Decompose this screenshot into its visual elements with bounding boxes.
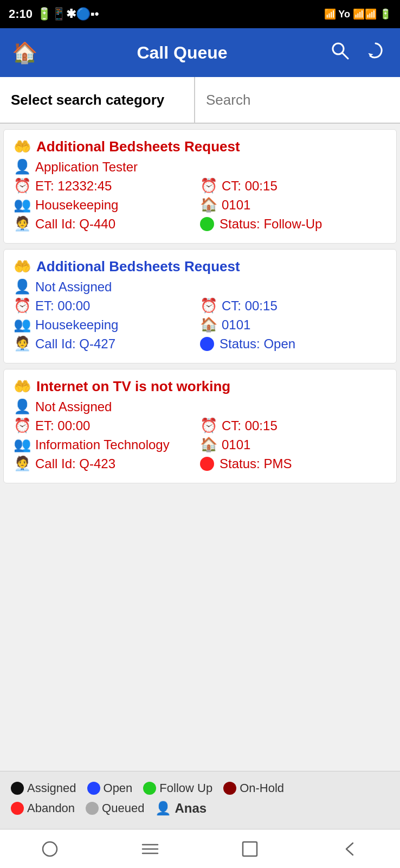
header: 🏠 Call Queue [0, 28, 400, 77]
legend-label-abandon: Abandon [27, 801, 75, 815]
back-nav-icon [342, 841, 358, 857]
card-2-dept: Housekeeping [35, 317, 118, 333]
card-1-assignee: Application Tester [35, 159, 138, 175]
search-input[interactable] [206, 92, 389, 108]
card-3-title-icon: 🤲 [14, 378, 31, 395]
card-3-et: ET: 00:00 [35, 418, 90, 433]
card-1-callid: Call Id: Q-440 [35, 216, 115, 232]
card-1-assignee-row: 👤 Application Tester [14, 158, 386, 175]
legend-label-assigned: Assigned [27, 781, 76, 795]
card-1-et-icon: ⏰ [14, 177, 31, 194]
card-2-ct-icon: ⏰ [200, 297, 217, 314]
call-card-2[interactable]: 🤲 Additional Bedsheets Request 👤 Not Ass… [3, 249, 397, 363]
search-input-wrap [195, 77, 400, 123]
card-3-person-icon: 👤 [14, 398, 31, 415]
home-button[interactable]: 🏠 [11, 39, 38, 66]
legend-assigned: Assigned [11, 781, 76, 795]
header-title: Call Queue [38, 43, 326, 63]
svg-line-1 [342, 53, 348, 59]
legend: Assigned Open Follow Up On-Hold Abandon … [0, 771, 400, 829]
search-bar: Select search category [0, 77, 400, 124]
card-2-callid-icon: 🧑‍💼 [14, 335, 31, 352]
card-2-person-icon: 👤 [14, 278, 31, 295]
card-1-dept-icon: 👥 [14, 196, 31, 213]
search-icon [331, 41, 349, 60]
card-2-title: 🤲 Additional Bedsheets Request [14, 258, 386, 275]
legend-abandon: Abandon [11, 801, 75, 815]
legend-label-open: Open [104, 781, 133, 795]
search-button[interactable] [326, 41, 353, 64]
card-1-title-icon: 🤲 [14, 138, 31, 155]
card-1-et: ET: 12332:45 [35, 178, 112, 194]
legend-row-1: Assigned Open Follow Up On-Hold [11, 781, 389, 795]
legend-open: Open [87, 781, 133, 795]
card-2-status: Status: Open [220, 336, 295, 352]
legend-dot-onhold [223, 782, 236, 795]
legend-row-2: Abandon Queued 👤 Anas [11, 801, 389, 816]
menu-nav-icon [141, 841, 159, 857]
legend-dot-abandon [11, 802, 24, 815]
card-3-assignee: Not Assigned [35, 399, 112, 414]
card-2-status-dot [200, 337, 214, 351]
card-1-status-dot [200, 217, 214, 231]
card-2-assignee: Not Assigned [35, 279, 112, 295]
card-3-room-icon: 🏠 [200, 436, 217, 453]
card-3-callid-row: 🧑‍💼 Call Id: Q-423 Status: PMS [14, 455, 386, 472]
svg-point-2 [43, 842, 57, 856]
call-card-1[interactable]: 🤲 Additional Bedsheets Request 👤 Applica… [3, 129, 397, 244]
legend-user-icon: 👤 [155, 801, 171, 816]
nav-back-button[interactable] [334, 833, 366, 865]
card-1-person-icon: 👤 [14, 158, 31, 175]
nav-square-button[interactable] [234, 833, 266, 865]
status-bar-left: 2:10 🔋📱✱🔵▪️• [9, 7, 99, 21]
card-1-status: Status: Follow-Up [220, 216, 322, 232]
card-3-dept-icon: 👥 [14, 436, 31, 453]
card-2-callid-row: 🧑‍💼 Call Id: Q-427 Status: Open [14, 335, 386, 352]
card-2-assignee-row: 👤 Not Assigned [14, 278, 386, 295]
status-bar-right: 📶 Yo 📶📶 🔋 [324, 8, 391, 20]
card-3-callid-icon: 🧑‍💼 [14, 455, 31, 472]
legend-dot-assigned [11, 782, 24, 795]
card-1-dept: Housekeeping [35, 197, 118, 213]
card-2-et: ET: 00:00 [35, 298, 90, 314]
card-3-et-icon: ⏰ [14, 417, 31, 434]
nav-menu-button[interactable] [134, 833, 166, 865]
card-3-time-row: ⏰ ET: 00:00 ⏰ CT: 00:15 [14, 417, 386, 434]
status-icons: 🔋📱✱🔵▪️• [37, 7, 99, 21]
card-3-title: 🤲 Internet on TV is not working [14, 378, 386, 395]
card-1-title: 🤲 Additional Bedsheets Request [14, 138, 386, 155]
card-1-callid-icon: 🧑‍💼 [14, 215, 31, 232]
card-2-callid: Call Id: Q-427 [35, 336, 115, 352]
call-card-3[interactable]: 🤲 Internet on TV is not working 👤 Not As… [3, 369, 397, 483]
card-3-ct-icon: ⏰ [200, 417, 217, 434]
legend-label-onhold: On-Hold [240, 781, 284, 795]
card-1-dept-row: 👥 Housekeeping 🏠 0101 [14, 196, 386, 213]
legend-user: 👤 Anas [155, 801, 207, 816]
card-1-ct-icon: ⏰ [200, 177, 217, 194]
svg-rect-6 [243, 842, 257, 856]
legend-followup: Follow Up [143, 781, 212, 795]
card-3-dept-row: 👥 Information Technology 🏠 0101 [14, 436, 386, 453]
card-3-ct: CT: 00:15 [222, 418, 278, 433]
card-2-dept-row: 👥 Housekeeping 🏠 0101 [14, 316, 386, 333]
circle-nav-icon [41, 840, 59, 858]
legend-dot-queued [86, 802, 99, 815]
card-2-room: 0101 [222, 317, 250, 333]
status-bar: 2:10 🔋📱✱🔵▪️• 📶 Yo 📶📶 🔋 [0, 0, 400, 28]
legend-onhold: On-Hold [223, 781, 284, 795]
card-3-status: Status: PMS [220, 456, 292, 471]
signal-icons: 📶 Yo 📶📶 🔋 [324, 8, 391, 20]
card-3-room: 0101 [222, 437, 250, 452]
search-category-dropdown[interactable]: Select search category [0, 77, 195, 123]
card-2-ct: CT: 00:15 [222, 298, 278, 314]
card-2-room-icon: 🏠 [200, 316, 217, 333]
card-2-title-icon: 🤲 [14, 258, 31, 275]
refresh-button[interactable] [362, 41, 389, 64]
card-2-dept-icon: 👥 [14, 316, 31, 333]
card-2-et-icon: ⏰ [14, 297, 31, 314]
card-1-callid-row: 🧑‍💼 Call Id: Q-440 Status: Follow-Up [14, 215, 386, 232]
home-icon: 🏠 [12, 41, 37, 65]
card-3-callid: Call Id: Q-423 [35, 456, 115, 471]
nav-circle-button[interactable] [34, 833, 66, 865]
card-3-assignee-row: 👤 Not Assigned [14, 398, 386, 415]
